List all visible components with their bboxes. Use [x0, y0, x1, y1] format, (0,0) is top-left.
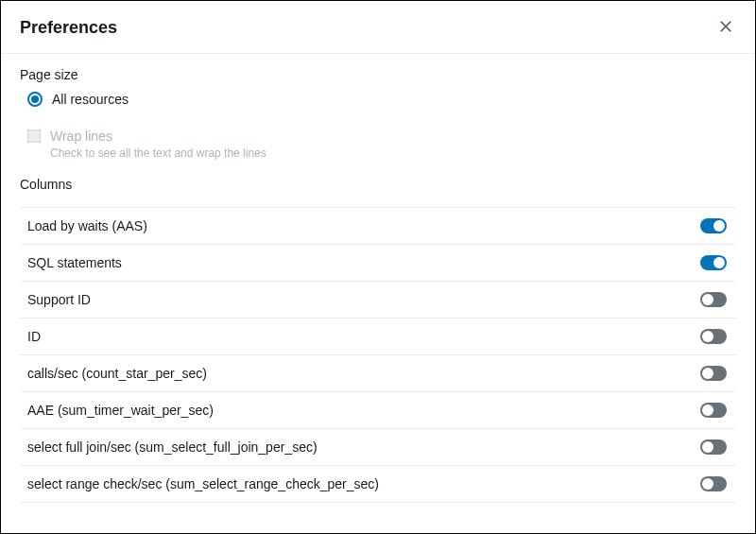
column-toggle[interactable]: [700, 255, 727, 270]
page-size-option-label: All resources: [52, 92, 129, 107]
columns-list: Load by waits (AAS)SQL statementsSupport…: [20, 207, 736, 503]
column-label: Load by waits (AAS): [27, 218, 147, 233]
toggle-knob-icon: [702, 405, 713, 416]
column-toggle[interactable]: [700, 292, 727, 307]
wrap-lines-texts: Wrap lines Check to see all the text and…: [50, 128, 266, 160]
toggle-knob-icon: [702, 331, 713, 342]
column-row: calls/sec (count_star_per_sec): [20, 354, 736, 391]
column-label: select range check/sec (sum_select_range…: [27, 476, 379, 491]
checkbox-disabled-icon: [27, 129, 41, 143]
column-toggle[interactable]: [700, 366, 727, 381]
column-toggle[interactable]: [700, 476, 727, 491]
toggle-knob-icon: [702, 294, 713, 305]
close-button[interactable]: [715, 16, 736, 40]
column-label: AAE (sum_timer_wait_per_sec): [27, 403, 214, 418]
column-label: Support ID: [27, 292, 91, 307]
column-label: ID: [27, 329, 41, 344]
column-row: select range check/sec (sum_select_range…: [20, 465, 736, 503]
columns-section: Columns Load by waits (AAS)SQL statement…: [20, 177, 736, 503]
modal-body: Page size All resources Wrap lines Check…: [1, 54, 755, 503]
columns-label: Columns: [20, 177, 736, 192]
radio-selected-icon: [27, 92, 43, 107]
column-row: Load by waits (AAS): [20, 207, 736, 244]
column-toggle[interactable]: [700, 439, 727, 455]
wrap-lines-option: Wrap lines Check to see all the text and…: [27, 128, 736, 160]
page-size-label: Page size: [20, 67, 736, 82]
column-row: SQL statements: [20, 244, 736, 281]
column-row: ID: [20, 318, 736, 354]
column-row: select full join/sec (sum_select_full_jo…: [20, 428, 736, 465]
column-row: AAE (sum_timer_wait_per_sec): [20, 391, 736, 428]
column-toggle[interactable]: [700, 403, 727, 418]
toggle-knob-icon: [702, 441, 713, 453]
page-size-section: Page size All resources: [20, 67, 736, 107]
modal-title: Preferences: [20, 18, 117, 38]
column-label: SQL statements: [27, 255, 122, 270]
column-label: select full join/sec (sum_select_full_jo…: [27, 439, 318, 455]
toggle-knob-icon: [713, 257, 725, 268]
wrap-lines-description: Check to see all the text and wrap the l…: [50, 146, 266, 160]
page-size-option-all[interactable]: All resources: [27, 92, 736, 107]
toggle-knob-icon: [702, 368, 713, 379]
column-label: calls/sec (count_star_per_sec): [27, 366, 207, 381]
close-icon: [719, 20, 732, 36]
modal-header: Preferences: [1, 1, 755, 54]
toggle-knob-icon: [702, 478, 713, 490]
column-toggle[interactable]: [700, 329, 727, 344]
column-toggle[interactable]: [700, 218, 727, 233]
column-row: Support ID: [20, 281, 736, 318]
wrap-lines-label: Wrap lines: [50, 128, 266, 145]
toggle-knob-icon: [713, 220, 725, 232]
